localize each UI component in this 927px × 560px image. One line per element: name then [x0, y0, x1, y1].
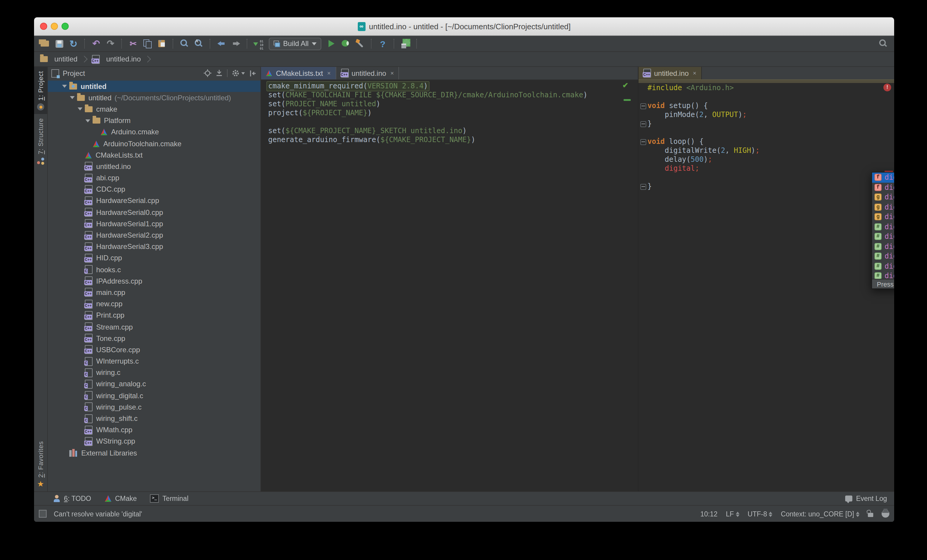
completion-item-digitalwrite[interactable]: fdigitalWrite(uint8_t, uint8_t)void: [872, 173, 894, 182]
editor-preview-toggle-icon[interactable]: [39, 510, 47, 518]
search-icon[interactable]: [877, 38, 889, 50]
close-window-button[interactable]: [40, 23, 47, 30]
tree-row-cmakelists-txt[interactable]: CMakeLists.txt: [48, 149, 260, 161]
copy-icon[interactable]: [141, 38, 153, 50]
completion-item-digitalpintopcicrbit[interactable]: #digitalPinToPCICRbit(p): [872, 261, 894, 271]
save-icon[interactable]: [53, 38, 65, 50]
run-icon[interactable]: [325, 38, 337, 50]
find-icon[interactable]: [179, 38, 190, 50]
tree-row-hardwareserial0-cpp[interactable]: C++HardwareSerial0.cpp: [48, 206, 260, 218]
tree-row-wiring-pulse-c[interactable]: Cwiring_pulse.c: [48, 402, 260, 413]
zoom-window-button[interactable]: [62, 23, 69, 30]
gear-icon[interactable]: [232, 69, 240, 77]
tree-row-cdc-cpp[interactable]: C++CDC.cpp: [48, 184, 260, 195]
cut-icon[interactable]: ✂: [127, 38, 139, 50]
line-ending-select[interactable]: LF: [726, 510, 739, 517]
close-tab-icon[interactable]: ×: [693, 70, 696, 76]
locate-icon[interactable]: [204, 69, 211, 77]
tree-row-untitled-ino[interactable]: C++untitled.ino: [48, 161, 260, 172]
forward-icon[interactable]: [230, 38, 242, 50]
tree-expand-arrow-icon[interactable]: [62, 85, 67, 88]
debug-icon[interactable]: [340, 38, 351, 50]
lock-icon[interactable]: [868, 513, 873, 517]
close-tab-icon[interactable]: ×: [391, 70, 394, 76]
hector-inspector-icon[interactable]: [881, 510, 889, 518]
sync-icon[interactable]: ↻: [67, 38, 79, 50]
close-tab-icon[interactable]: ×: [327, 70, 331, 76]
minimize-window-button[interactable]: [51, 23, 58, 30]
tree-row-wiring-analog-c[interactable]: Cwiring_analog.c: [48, 378, 260, 390]
completion-item-digitalpintopcmsk[interactable]: #digitalPinToPCMSK(p): [872, 271, 894, 279]
tree-row-wmath-cpp[interactable]: C++WMath.cpp: [48, 424, 260, 436]
tool-window-button-eventlog[interactable]: Event Log: [845, 495, 887, 502]
code-area-untitled-ino[interactable]: #include <Arduino.h>void setup() { pinMo…: [638, 82, 894, 491]
completion-item-digitalpintointerrupt[interactable]: #digitalPinToInterrupt(p): [872, 241, 894, 251]
tool-window-button-terminal[interactable]: >_Terminal: [150, 494, 188, 503]
tree-row-platform[interactable]: Platform: [48, 115, 260, 126]
tree-expand-arrow-icon[interactable]: [85, 119, 90, 122]
tree-row-hardwareserial-cpp[interactable]: C++HardwareSerial.cpp: [48, 195, 260, 206]
completion-item-digitalpintobitmask[interactable]: #digitalPinToBitMask(P): [872, 232, 894, 241]
code-area-cmakelists[interactable]: cmake_minimum_required(VERSION 2.8.4)set…: [261, 79, 638, 491]
completion-item-digital_pin_to_bit_mask_pgm[interactable]: gdigital_pin_to_bit_mask_PGMconst uint8_…: [872, 192, 894, 202]
tree-row-usbcore-cpp[interactable]: C++USBCore.cpp: [48, 344, 260, 355]
settings-icon[interactable]: [354, 38, 366, 50]
breadcrumb-item-untitled[interactable]: untitled: [40, 55, 78, 63]
fold-marker-icon[interactable]: [640, 103, 646, 109]
tool-window-button-todo[interactable]: 6: TODO: [53, 495, 91, 502]
tree-row-arduinotoolchain-cmake[interactable]: ArduinoToolchain.cmake: [48, 138, 260, 149]
completion-item-digitalpintopcicr[interactable]: #digitalPinToPCICR(p): [872, 251, 894, 261]
replace-icon[interactable]: A: [193, 38, 205, 50]
tree-row-new-cpp[interactable]: C++new.cpp: [48, 298, 260, 310]
tree-row-stream-cpp[interactable]: C++Stream.cpp: [48, 321, 260, 332]
help-icon[interactable]: ?: [377, 38, 389, 50]
undo-icon[interactable]: ↶: [90, 38, 102, 50]
completion-item-digital_pin_to_timer_pgm[interactable]: gdigital_pin_to_timer_PGMconst uint8_t[]: [872, 212, 894, 222]
tree-row-print-cpp[interactable]: C++Print.cpp: [48, 310, 260, 321]
fold-marker-icon[interactable]: [640, 139, 646, 145]
editor-cmakelists[interactable]: CMakeLists.txt×C++untitled.ino× cmake_mi…: [261, 67, 638, 491]
tree-row-wiring-digital-c[interactable]: Cwiring_digital.c: [48, 390, 260, 401]
completion-item-digitalpinhaspwm[interactable]: #digitalPinHasPWM(p): [872, 222, 894, 232]
tree-row-external-libraries[interactable]: External Libraries: [48, 447, 260, 458]
tree-row-winterrupts-c[interactable]: CWInterrupts.c: [48, 355, 260, 367]
tree-expand-arrow-icon[interactable]: [78, 108, 82, 111]
tree-row-untitled[interactable]: untitled(~/Documents/ClionProjects/untit…: [48, 92, 260, 103]
compare-icon[interactable]: [253, 38, 264, 50]
editor-tab-untitled-ino[interactable]: C++untitled.ino×: [638, 67, 702, 79]
tree-row-hooks-c[interactable]: Chooks.c: [48, 264, 260, 275]
tree-row-main-cpp[interactable]: C++main.cpp: [48, 287, 260, 298]
breadcrumb-item-untitled.ino[interactable]: C++untitled.ino: [92, 55, 141, 64]
tree-expand-arrow-icon[interactable]: [70, 96, 74, 99]
tree-row-hardwareserial1-cpp[interactable]: C++HardwareSerial1.cpp: [48, 218, 260, 229]
tree-row-arduino-cmake[interactable]: Arduino.cmake: [48, 127, 260, 138]
tree-row-wiring-shift-c[interactable]: Cwiring_shift.c: [48, 413, 260, 424]
resolve-context-select[interactable]: Context: uno_CORE [D]: [781, 510, 860, 517]
editor-tab-cmakelists-txt[interactable]: CMakeLists.txt×: [261, 67, 335, 79]
caret-position[interactable]: 10:12: [700, 510, 718, 517]
hide-panel-icon[interactable]: [249, 70, 257, 77]
fold-marker-icon[interactable]: [640, 121, 646, 127]
open-folder-icon[interactable]: [39, 38, 51, 50]
tree-row-hardwareserial3-cpp[interactable]: C++HardwareSerial3.cpp: [48, 241, 260, 252]
encoding-select[interactable]: UTF-8: [748, 510, 772, 517]
fold-marker-icon[interactable]: [640, 184, 646, 190]
paste-icon[interactable]: [156, 38, 168, 50]
completion-item-digital_pin_to_port_pgm[interactable]: gdigital_pin_to_port_PGMconst uint8_t[]: [872, 202, 894, 212]
redo-icon[interactable]: ↷: [105, 38, 117, 50]
tree-row-abi-cpp[interactable]: C++abi.cpp: [48, 172, 260, 184]
sidebar-tab-favorites[interactable]: 2: Favorites★: [34, 437, 47, 491]
tree-row-cmake[interactable]: cmake: [48, 103, 260, 115]
completion-item-digitalread[interactable]: fdigitalRead(uint8_t)int: [872, 182, 894, 192]
tool-window-button-cmake[interactable]: CMake: [104, 495, 137, 502]
sidebar-tab-project[interactable]: 1: Project: [34, 67, 47, 114]
upload-icon[interactable]: [399, 38, 411, 50]
tree-row-wstring-cpp[interactable]: C++WString.cpp: [48, 436, 260, 447]
back-icon[interactable]: [216, 38, 228, 50]
run-configuration-select[interactable]: Build All: [269, 37, 321, 50]
tree-row-untitled[interactable]: untitled: [48, 80, 260, 92]
tree-row-ipaddress-cpp[interactable]: C++IPAddress.cpp: [48, 275, 260, 287]
title-bar[interactable]: ∞ untitled.ino - untitled - [~/Documents…: [34, 17, 894, 36]
tree-row-hardwareserial2-cpp[interactable]: C++HardwareSerial2.cpp: [48, 229, 260, 241]
editor-untitled-ino[interactable]: C++untitled.ino× #include <Arduino.h>voi…: [638, 67, 894, 491]
